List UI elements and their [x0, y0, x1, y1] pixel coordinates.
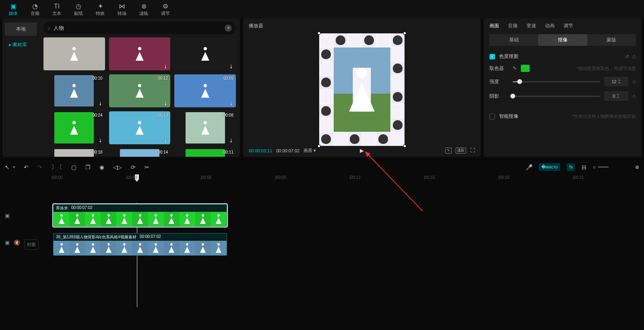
- crop2-icon[interactable]: ✂: [144, 164, 149, 170]
- thumbnail-item[interactable]: 00:18⭳: [43, 148, 105, 157]
- redo-icon[interactable]: ↷: [37, 164, 42, 170]
- magnet-icon[interactable]: �място: [539, 163, 560, 171]
- ruler-tick[interactable]: |00:15: [424, 175, 435, 180]
- undo-icon[interactable]: ↶: [24, 164, 29, 170]
- chroma-checkbox[interactable]: ✓: [489, 54, 495, 59]
- ruler-tick[interactable]: |00:03: [126, 175, 137, 180]
- ruler-tick[interactable]: |00:21: [573, 175, 584, 180]
- shadow-row: 阴影 0 ▲▼ ◇: [484, 89, 642, 103]
- ruler-tick[interactable]: |00:09: [275, 175, 286, 180]
- crop-icon[interactable]: ▢: [71, 164, 76, 170]
- keyframe-icon[interactable]: ◇: [632, 93, 636, 99]
- preview-canvas[interactable]: [319, 33, 405, 146]
- adapt-button[interactable]: 适应: [456, 148, 466, 154]
- eyedropper-icon[interactable]: ✎: [513, 66, 517, 71]
- thumb-duration: 00:14: [158, 150, 168, 154]
- mute-icon[interactable]: 🔇: [14, 240, 20, 250]
- thumbnail-item[interactable]: 00:24⭳: [43, 111, 105, 144]
- ruler-tick[interactable]: |00:18: [498, 175, 510, 180]
- align-icon[interactable]: ⊟: [582, 164, 586, 170]
- track-row: ▣ 🔇 封面 38_第1393期人物背影#白色系风格#视频素材 00:00:07…: [5, 232, 639, 257]
- download-icon[interactable]: ⭳: [229, 138, 233, 143]
- tab-effect[interactable]: ✦ 特效: [91, 2, 109, 16]
- shadow-value[interactable]: 0 ▲▼: [604, 91, 628, 101]
- insp-tab-audio[interactable]: 音频: [508, 23, 518, 29]
- tab-sticker[interactable]: ◷ 贴纸: [69, 2, 88, 16]
- download-icon[interactable]: ⭳: [163, 64, 168, 69]
- mic-icon[interactable]: 🎤: [526, 164, 533, 170]
- insp-tab-picture[interactable]: 画面: [489, 23, 499, 29]
- reset-icon[interactable]: ↺: [625, 54, 629, 59]
- cover-button[interactable]: 封面: [24, 240, 39, 250]
- waveform-icon[interactable]: ∿: [445, 148, 452, 154]
- tab-filter[interactable]: ⊗ 滤镜: [134, 2, 153, 16]
- tab-transition[interactable]: ⋈ 转场: [113, 2, 131, 16]
- tab-media[interactable]: ▣ 媒体: [4, 2, 23, 16]
- tab-adjust[interactable]: ⚙ 调节: [156, 2, 175, 16]
- color-swatch[interactable]: [521, 65, 530, 72]
- resize-handle[interactable]: [403, 32, 406, 35]
- download-icon[interactable]: ⭳: [98, 101, 103, 106]
- insp-tab-adjust[interactable]: 调节: [564, 23, 573, 29]
- clip-b[interactable]: 38_第1393期人物背影#白色系风格#视频素材 00:00:07:02: [53, 233, 227, 256]
- download-icon[interactable]: ⭳: [229, 64, 233, 69]
- tab-text[interactable]: TI 文本: [47, 2, 66, 16]
- resize-handle[interactable]: [318, 145, 320, 148]
- shadow-slider[interactable]: [513, 96, 600, 97]
- copy-icon[interactable]: ❐: [85, 164, 91, 170]
- thumbnail-item[interactable]: 00:11⭳: [174, 148, 236, 157]
- resize-handle[interactable]: [318, 32, 320, 35]
- keyframe-icon[interactable]: ◇: [632, 79, 636, 84]
- smart-checkbox[interactable]: [489, 114, 495, 119]
- clear-search-button[interactable]: ✕: [225, 25, 232, 32]
- subtab-cutout[interactable]: 抠像: [538, 34, 587, 46]
- download-icon[interactable]: ⭳: [163, 138, 168, 143]
- thumbnail-item[interactable]: 00:12⭳: [109, 74, 171, 107]
- subtab-mask[interactable]: 蒙版: [587, 34, 636, 46]
- search-input[interactable]: [52, 23, 225, 33]
- thumbnail-item[interactable]: 00:13⭳: [109, 111, 171, 144]
- ruler-tick[interactable]: |00:00: [52, 175, 63, 180]
- thumbnail-item[interactable]: 00:09⭳: [174, 74, 236, 107]
- tab-audio[interactable]: ◔ 音频: [26, 2, 44, 16]
- mirror-icon[interactable]: ◁▷: [113, 164, 122, 170]
- pointer-tool-icon[interactable]: ↖: [5, 164, 10, 170]
- ruler-tick[interactable]: |00:12: [349, 175, 361, 180]
- thumbnail-item[interactable]: ⭳: [174, 37, 236, 70]
- split-icon[interactable]: 〕〔: [51, 164, 62, 171]
- play-button[interactable]: ▶: [360, 148, 364, 154]
- pointer-menu-icon[interactable]: ▾: [13, 165, 15, 169]
- zoom-slider[interactable]: [598, 166, 609, 168]
- media-nav-library[interactable]: ▸ 素材库: [5, 38, 37, 51]
- download-icon[interactable]: ⭳: [98, 138, 103, 143]
- resize-handle[interactable]: [403, 145, 406, 148]
- thumbnail-item[interactable]: 00:14⭳: [109, 148, 171, 157]
- track-toggle-icon[interactable]: ▣: [5, 240, 10, 250]
- download-icon[interactable]: ⭳: [163, 101, 168, 106]
- strength-value[interactable]: 12 ▲▼: [604, 77, 628, 86]
- track-toggle-icon[interactable]: ▣: [5, 213, 10, 219]
- subtab-basic[interactable]: 基础: [489, 34, 538, 46]
- timeline-ruler[interactable]: |00:00|00:03|00:06|00:09|00:12|00:15|00:…: [5, 174, 639, 183]
- insp-tab-animation[interactable]: 动画: [545, 23, 555, 29]
- thumbnail-item[interactable]: ⭳: [109, 37, 171, 70]
- insp-tab-speed[interactable]: 变速: [526, 23, 536, 29]
- clip-a[interactable]: 库洛米 00:00:07:02: [53, 204, 227, 227]
- zoom-out-icon[interactable]: ○: [593, 164, 596, 170]
- adjust-icon: ⚙: [156, 2, 175, 10]
- thumbnail-item[interactable]: 00:08⭳: [174, 111, 236, 144]
- thumbnail-item[interactable]: ⭳: [43, 37, 105, 70]
- quality-menu[interactable]: 画质 ▾: [303, 148, 316, 154]
- ruler-tick[interactable]: |00:06: [200, 175, 212, 180]
- zoom-in-icon[interactable]: ⊕: [635, 164, 639, 170]
- thumbnail-item[interactable]: 00:10⭳: [43, 74, 105, 107]
- rotate-icon[interactable]: ⟳: [131, 164, 136, 170]
- media-nav-local[interactable]: 本地: [5, 23, 37, 36]
- download-icon[interactable]: ⭳: [229, 101, 233, 106]
- fullscreen-icon[interactable]: ⛶: [470, 148, 475, 154]
- link-icon[interactable]: ⇆: [567, 163, 575, 171]
- speed-icon[interactable]: ◉: [99, 164, 104, 170]
- keyframe-icon[interactable]: ◇: [632, 54, 636, 59]
- strength-slider[interactable]: [513, 81, 600, 82]
- download-icon[interactable]: ⭳: [98, 64, 103, 69]
